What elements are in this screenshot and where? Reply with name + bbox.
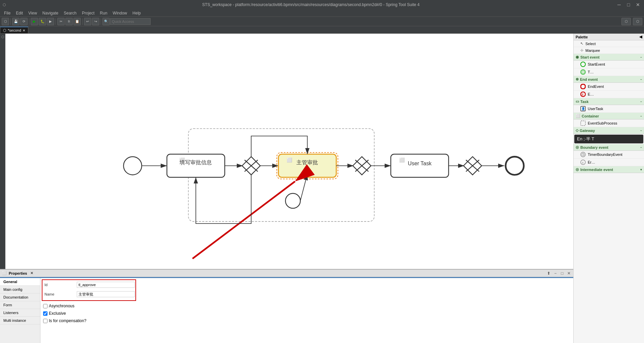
prop-compensation-checkbox[interactable]: [43, 319, 47, 323]
palette-item-timer-start[interactable]: T…: [574, 68, 644, 76]
palette-section-task[interactable]: ▭ Task −: [574, 98, 644, 105]
palette-section-intermediate-event[interactable]: ◎ Intermediate event ▾: [574, 166, 644, 173]
toolbar-btn-6[interactable]: 📋: [73, 18, 81, 25]
tab-second[interactable]: ⬡ *second ✕: [0, 27, 28, 33]
svg-point-37: [581, 70, 585, 74]
toolbar-btn-run[interactable]: ▶: [31, 18, 38, 25]
palette-start-event-label: StartEvent: [588, 62, 605, 66]
menu-help[interactable]: Help: [130, 10, 143, 16]
container-collapse-icon[interactable]: −: [640, 114, 642, 118]
quick-access-input[interactable]: [110, 18, 151, 25]
menu-view[interactable]: View: [26, 10, 40, 16]
palette-collapse-icon[interactable]: ◀: [639, 35, 642, 39]
toolbar-btn-save[interactable]: 💾: [12, 18, 20, 25]
toolbar-btn-7[interactable]: 🔍: [102, 18, 110, 25]
props-tab-form[interactable]: Form: [0, 301, 40, 309]
palette-item-select[interactable]: ↖ Select: [574, 40, 644, 47]
start-event-icon: [580, 62, 586, 67]
toolbar-btn-undo[interactable]: ↩: [84, 18, 91, 25]
menu-edit[interactable]: Edit: [13, 10, 26, 16]
toolbar-btn-4[interactable]: ✂: [57, 18, 65, 25]
props-tool-minimize[interactable]: −: [552, 270, 558, 276]
menu-project[interactable]: Project: [79, 10, 97, 16]
palette-item-marquee[interactable]: ⊹ Marquee: [574, 47, 644, 54]
close-button[interactable]: ✕: [635, 2, 641, 7]
error-boundary-icon: E: [580, 160, 586, 165]
main-area: ⬡ ⬜ 填写审批信息: [0, 34, 644, 343]
palette-section-end-event[interactable]: ⊗ End event −: [574, 76, 644, 83]
palette-event-subprocess-label: EventSubProcess: [588, 121, 617, 125]
palette-scroll[interactable]: ↖ Select ⊹ Marquee ◉ Start event − Start…: [574, 40, 644, 343]
palette-item-user-task[interactable]: 👤 UserTask: [574, 105, 644, 113]
end-event-collapse-icon[interactable]: −: [640, 78, 642, 81]
gateway-collapse-icon[interactable]: −: [640, 129, 642, 132]
svg-text:👤: 👤: [581, 107, 585, 111]
svg-text:E: E: [582, 93, 584, 96]
palette-item-end-event[interactable]: EndEvent: [574, 83, 644, 91]
svg-rect-44: [581, 121, 585, 126]
palette-error-end-label: E…: [588, 92, 594, 96]
boundary-event-collapse-icon[interactable]: −: [640, 146, 642, 149]
ime-indicator: En ;·半 T: [574, 135, 643, 143]
toolbar-btn-redo[interactable]: ↪: [92, 18, 99, 25]
svg-point-39: [581, 84, 585, 89]
props-tool-export[interactable]: ⬆: [546, 270, 552, 276]
svg-text:E: E: [582, 161, 584, 164]
props-tool-maximize[interactable]: □: [559, 270, 565, 276]
props-id-name-group: Id Name: [42, 279, 136, 301]
palette-title: Palette: [576, 35, 588, 39]
palette-item-timer-boundary[interactable]: TimerBoundaryEvent: [574, 151, 644, 159]
canvas-area[interactable]: ⬜ 填写审批信息 ⬜ 主管审批: [5, 34, 644, 269]
prop-name-label: Name: [43, 291, 77, 297]
tab-close-icon[interactable]: ✕: [23, 29, 25, 32]
toolbar-perspective-1[interactable]: ⬡: [621, 18, 631, 25]
palette-item-error-boundary[interactable]: E Er…: [574, 159, 644, 166]
toolbar-btn-5[interactable]: ⎘: [65, 18, 73, 25]
palette-item-event-subprocess[interactable]: EventSubProcess: [574, 119, 644, 127]
properties-panel: ⬜ Properties ✕ ⬆ − □ ✕ General Main conf…: [0, 269, 573, 343]
palette-section-start-event[interactable]: ◉ Start event −: [574, 54, 644, 61]
props-tab-main-config[interactable]: Main config: [0, 286, 40, 294]
task-collapse-icon[interactable]: −: [640, 100, 642, 103]
palette-section-boundary-event[interactable]: ◎ Boundary event −: [574, 144, 644, 151]
props-tab-multi-instance[interactable]: Multi instance: [0, 317, 40, 324]
menu-navigate[interactable]: Navigate: [40, 10, 61, 16]
svg-text:主管审批: 主管审批: [296, 160, 318, 165]
palette-section-container[interactable]: ⬜ Container −: [574, 113, 644, 119]
toolbar-perspective-2[interactable]: ⬡: [633, 18, 642, 25]
properties-close-icon[interactable]: ✕: [30, 271, 33, 275]
minimize-button[interactable]: ─: [616, 2, 622, 7]
toolbar-btn-2[interactable]: ⟳: [20, 18, 28, 25]
palette-item-start-event[interactable]: StartEvent: [574, 61, 644, 68]
palette-item-error-end[interactable]: E E…: [574, 91, 644, 98]
toolbar-btn-1[interactable]: ⬡: [2, 18, 9, 25]
start-event-collapse-icon[interactable]: −: [640, 56, 642, 59]
svg-text:User Task: User Task: [408, 161, 432, 166]
menu-run[interactable]: Run: [97, 10, 110, 16]
maximize-button[interactable]: □: [625, 2, 632, 7]
toolbar-btn-3[interactable]: ▶: [47, 18, 54, 25]
menu-window[interactable]: Window: [110, 10, 130, 16]
menu-file[interactable]: File: [1, 10, 13, 16]
properties-body: General Main config Documentation Form L…: [0, 278, 573, 343]
props-tab-listeners[interactable]: Listeners: [0, 309, 40, 317]
prop-async-checkbox[interactable]: [43, 304, 47, 308]
palette-marquee-label: Marquee: [585, 48, 600, 53]
props-tool-close[interactable]: ✕: [566, 270, 572, 276]
menu-search[interactable]: Search: [61, 10, 79, 16]
intermediate-event-collapse-icon[interactable]: ▾: [640, 168, 642, 171]
props-tab-general[interactable]: General: [0, 278, 40, 286]
prop-name-value[interactable]: [77, 291, 135, 297]
prop-id-value[interactable]: [77, 282, 135, 288]
prop-exclusive-checkbox[interactable]: [43, 311, 47, 316]
prop-exclusive-label: Exclusive: [49, 311, 66, 316]
tab-icon: ⬡: [3, 28, 6, 33]
properties-toolbar: ⬆ − □ ✕: [546, 270, 573, 277]
props-tab-documentation[interactable]: Documentation: [0, 294, 40, 301]
container-section-label: Container: [582, 114, 599, 118]
left-gutter-icon: ⬡: [1, 35, 4, 39]
end-event-icon: [580, 84, 586, 89]
palette-section-gateway[interactable]: ◇ Gateway −: [574, 127, 644, 134]
toolbar-btn-debug[interactable]: 🐛: [39, 18, 46, 25]
palette-timer-boundary-label: TimerBoundaryEvent: [588, 152, 622, 157]
